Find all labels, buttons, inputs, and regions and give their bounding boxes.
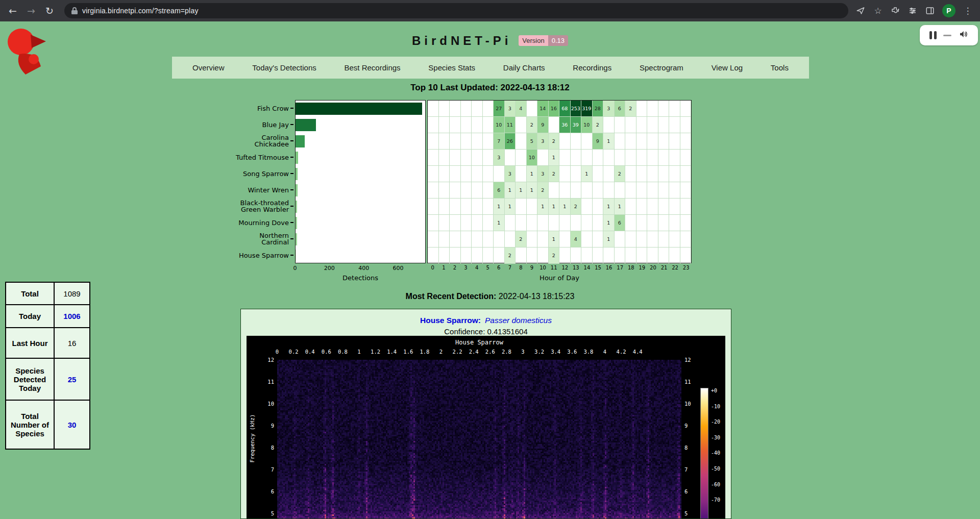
version-label: Version <box>519 35 548 46</box>
detections-bar <box>296 217 297 229</box>
hour-tick-label: 11 <box>548 265 559 273</box>
heatmap-row: 1011293639102 <box>428 117 691 133</box>
send-icon[interactable] <box>855 6 866 16</box>
heatmap-cell <box>669 166 680 182</box>
forward-icon[interactable]: → <box>23 3 39 18</box>
bar-row <box>296 101 425 117</box>
hour-tick-label: 1 <box>438 265 450 273</box>
heatmap-cell <box>581 182 593 199</box>
heatmap-cell <box>461 117 472 133</box>
detection-species-link[interactable]: House Sparrow: <box>420 316 481 325</box>
hour-tick-label: 2 <box>449 265 460 273</box>
bar-row <box>296 117 425 133</box>
hour-tick-label: 12 <box>559 265 571 273</box>
url-text[interactable]: virginia.birdnetpi.com/?stream=play <box>82 7 199 15</box>
bookmark-star-icon[interactable]: ☆ <box>873 6 883 16</box>
hour-tick-label: 10 <box>537 265 549 273</box>
address-bar[interactable]: virginia.birdnetpi.com/?stream=play <box>64 3 848 18</box>
heatmap-cell: 68 <box>559 101 571 117</box>
heatmap-cell <box>559 133 571 150</box>
heatmap-cell: 3 <box>494 150 505 166</box>
heatmap-cell <box>647 231 658 248</box>
profile-avatar[interactable]: P <box>942 4 955 17</box>
browser-menu-icon[interactable]: ⋮ <box>963 6 973 16</box>
heatmap-cell <box>625 117 636 133</box>
detections-bar <box>296 168 298 180</box>
detections-bar <box>296 184 298 196</box>
heatmap-cell <box>439 117 450 133</box>
bar-row <box>296 199 425 215</box>
hour-tick-label: 17 <box>615 265 626 273</box>
axis-tick <box>290 140 293 141</box>
back-icon[interactable]: ← <box>5 3 20 18</box>
stat-value-total-species[interactable]: 30 <box>54 400 90 449</box>
heatmap-cell <box>593 248 604 264</box>
heatmap-cell <box>439 215 450 231</box>
nav-item-best-recordings[interactable]: Best Recordings <box>342 60 403 75</box>
heatmap-cell <box>472 182 483 199</box>
heatmap-cell <box>450 166 461 182</box>
volume-icon[interactable] <box>958 30 968 41</box>
nav-item-overview[interactable]: Overview <box>190 60 227 75</box>
heatmap-cell <box>593 150 604 166</box>
stat-value-species-today[interactable]: 25 <box>54 358 90 400</box>
heatmap-cell <box>527 248 538 264</box>
nav-item-recordings[interactable]: Recordings <box>571 60 614 75</box>
heatmap-cell <box>549 117 560 133</box>
heatmap-cell <box>625 133 636 150</box>
version-badge: Version0.13 <box>519 35 568 46</box>
hour-tick-label: 14 <box>581 265 593 273</box>
heatmap-cell <box>680 215 692 231</box>
frequency-tick-label: 8 <box>247 444 274 451</box>
species-label: Carolina Chickadee <box>254 134 289 147</box>
media-controls-icon[interactable] <box>908 6 918 16</box>
extensions-icon[interactable] <box>890 6 900 16</box>
recent-label: Most Recent Detection: <box>406 292 497 301</box>
nav-item-spectrogram[interactable]: Spectrogram <box>638 60 685 75</box>
heatmap-cell <box>559 248 571 264</box>
nav-item-daily-charts[interactable]: Daily Charts <box>501 60 547 75</box>
heatmap-cell <box>472 215 483 231</box>
nav-item-todays-detections[interactable]: Today's Detections <box>250 60 318 75</box>
heatmap-cell <box>647 150 658 166</box>
bar-row <box>296 231 425 248</box>
reload-icon[interactable]: ↻ <box>42 3 57 18</box>
db-tick-label: -50 <box>711 466 720 472</box>
heatmap-cell: 2 <box>549 133 560 150</box>
pause-button[interactable] <box>929 31 937 39</box>
table-row: Today 1006 <box>6 305 90 328</box>
time-tick-label: 1.2 <box>371 349 380 355</box>
detections-bar <box>296 103 422 115</box>
heatmap-cell <box>581 248 593 264</box>
heatmap-cell <box>581 215 593 231</box>
nav-item-species-stats[interactable]: Species Stats <box>426 60 477 75</box>
time-tick-label: 3 <box>521 349 524 355</box>
bar-tick-label: 0 <box>293 265 297 271</box>
bar-tick-label: 400 <box>358 265 369 271</box>
nav-item-tools[interactable]: Tools <box>769 60 791 75</box>
heatmap-cell: 1 <box>549 231 560 248</box>
seek-bar[interactable] <box>943 35 951 36</box>
heatmap-cell <box>483 199 494 215</box>
time-tick-label: 3.2 <box>534 349 544 355</box>
heatmap-cell: 1 <box>494 199 505 215</box>
heatmap-cell <box>581 150 593 166</box>
axis-tick <box>290 222 293 223</box>
heatmap-cell <box>428 215 439 231</box>
heatmap-cell <box>636 215 648 231</box>
heatmap-cell <box>559 231 571 248</box>
heatmap-cell: 9 <box>593 133 604 150</box>
nav-item-view-log[interactable]: View Log <box>709 60 745 75</box>
hour-tick-label: 16 <box>603 265 615 273</box>
heatmap-cell: 2 <box>593 117 604 133</box>
heatmap-cell <box>669 150 680 166</box>
species-label: Mourning Dove <box>238 219 289 226</box>
db-tick-label: +0 <box>711 388 717 393</box>
species-label: Tufted Titmouse <box>236 154 289 161</box>
side-panel-icon[interactable] <box>925 6 935 16</box>
heatmap-cell <box>636 182 648 199</box>
heatmap-cell <box>669 199 680 215</box>
heatmap-cell <box>581 199 593 215</box>
heatmap-cell: 1 <box>516 182 527 199</box>
stat-value-today[interactable]: 1006 <box>54 305 90 328</box>
